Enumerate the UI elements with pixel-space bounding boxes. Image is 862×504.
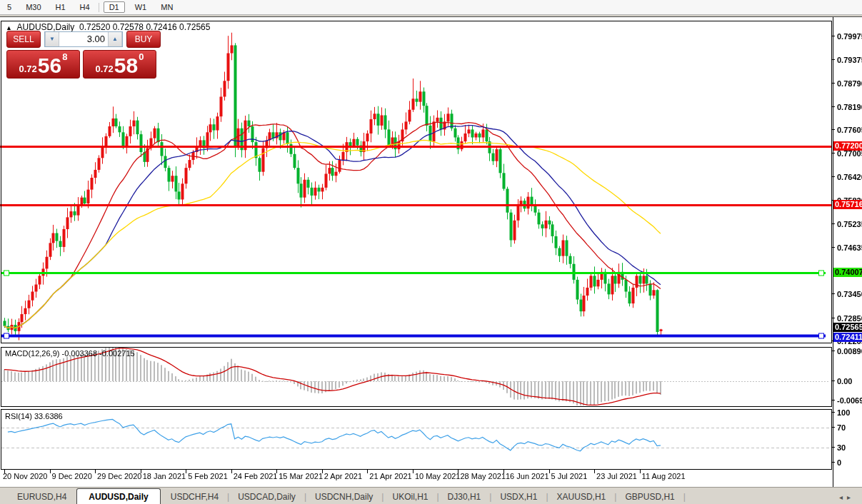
rsi-axis-label: 100 bbox=[837, 408, 850, 417]
tab-ukoil-h1[interactable]: UKOil,H1 bbox=[384, 489, 436, 504]
sell-price-pip: 8 bbox=[62, 51, 67, 62]
buy-price-figure: 0.72 bbox=[96, 64, 114, 74]
timeframe-button-W1[interactable]: W1 bbox=[131, 2, 151, 12]
axis-tick bbox=[832, 462, 835, 463]
tab-usdcad-daily[interactable]: USDCAD,Daily bbox=[229, 489, 304, 504]
price-axis-label: 0.77005 bbox=[837, 149, 862, 158]
price-axis-label: 0.77605 bbox=[837, 126, 862, 134]
date-label: 21 Apr 2021 bbox=[369, 472, 411, 480]
sell-price-display[interactable]: 0.72 56 8 bbox=[6, 50, 80, 79]
tab-dj30-h1[interactable]: DJ30,H1 bbox=[439, 489, 490, 504]
date-label: 2 Apr 2021 bbox=[324, 472, 362, 480]
volume-up-icon[interactable]: ▲ bbox=[108, 32, 122, 46]
axis-tick bbox=[832, 153, 835, 153]
price-badge[interactable]: 0.77200 bbox=[833, 141, 862, 151]
rsi-axis-label: 30 bbox=[837, 443, 846, 452]
date-label: 28 May 2021 bbox=[460, 472, 506, 480]
price-badge[interactable]: 0.75716 bbox=[833, 200, 862, 209]
price-axis-label: 0.74635 bbox=[837, 243, 862, 252]
price-chart-canvas[interactable] bbox=[0, 17, 833, 487]
axis-tick bbox=[832, 176, 835, 177]
sell-price-figure: 0.72 bbox=[19, 64, 37, 74]
price-badge[interactable]: 0.72565 bbox=[833, 323, 862, 332]
top-toolbar: 5M30H1H4D1W1MN bbox=[0, 0, 862, 15]
macd-axis-label: 0.00 bbox=[837, 377, 852, 385]
axis-tick bbox=[832, 447, 835, 448]
price-axis-label: 0.79375 bbox=[837, 56, 862, 64]
date-label: 5 Feb 2021 bbox=[188, 472, 228, 480]
timeframe-button-M30[interactable]: M30 bbox=[21, 2, 45, 12]
one-click-trading-panel: SELL ▼ 3.00 ▲ BUY 0.72 56 8 0.72 58 0 bbox=[6, 31, 161, 79]
volume-spinner: ▼ 3.00 ▲ bbox=[44, 31, 123, 47]
rsi-value: 33.6386 bbox=[34, 412, 63, 420]
date-label: 24 Feb 2021 bbox=[234, 472, 278, 480]
toolbar-separator bbox=[99, 3, 99, 12]
symbol-tabbar: EURUSD,H4AUDUSD,DailyUSDCHF,H4|USDCAD,Da… bbox=[0, 487, 862, 504]
axis-tick bbox=[832, 412, 835, 413]
tab-scroll-arrows[interactable]: ◂▸ bbox=[839, 493, 855, 504]
axis-tick bbox=[832, 36, 835, 36]
axis-tick bbox=[832, 380, 835, 381]
macd-values: -0.003368 -0.002715 bbox=[61, 349, 134, 358]
price-axis-label: 0.76420 bbox=[837, 173, 862, 181]
volume-input[interactable]: 3.00 bbox=[59, 32, 108, 46]
buy-button[interactable]: BUY bbox=[126, 31, 161, 48]
price-axis-label: 0.72850 bbox=[837, 314, 862, 323]
timeframe-button-MN[interactable]: MN bbox=[156, 2, 177, 12]
timeframe-button-D1[interactable]: D1 bbox=[104, 1, 125, 13]
tab-usdx-h1[interactable]: USDX,H1 bbox=[491, 489, 546, 504]
rsi-axis-label: 0 bbox=[837, 458, 841, 467]
tab-audusd-daily[interactable]: AUDUSD,Daily bbox=[76, 488, 160, 504]
date-label: 16 Jun 2021 bbox=[506, 472, 549, 480]
rsi-axis-label: 70 bbox=[837, 423, 846, 432]
axis-tick bbox=[832, 83, 835, 84]
macd-axis-label: 0.008903 bbox=[837, 347, 862, 356]
price-badge[interactable]: 0.72411 bbox=[833, 333, 862, 342]
macd-name: MACD(12,26,9) bbox=[5, 349, 59, 358]
axis-tick bbox=[832, 318, 835, 318]
date-label: 5 Jul 2021 bbox=[551, 472, 588, 480]
price-axis-label: 0.75235 bbox=[837, 220, 862, 228]
tab-xauusd-h1[interactable]: XAUUSD,H1 bbox=[548, 489, 615, 504]
macd-label: MACD(12,26,9) -0.003368 -0.002715 bbox=[5, 349, 135, 358]
rsi-label: RSI(14) 33.6386 bbox=[5, 412, 63, 420]
tab-usdchf-h4[interactable]: USDCHF,H4 bbox=[162, 489, 227, 504]
axis-tick bbox=[832, 351, 835, 351]
timeframe-button-H1[interactable]: H1 bbox=[51, 2, 70, 12]
axis-tick bbox=[832, 400, 835, 400]
date-label: 20 Nov 2020 bbox=[3, 472, 47, 480]
axis-tick bbox=[832, 247, 835, 248]
tab-eurusd-h4[interactable]: EURUSD,H4 bbox=[9, 489, 75, 504]
price-badge[interactable]: 0.74007 bbox=[833, 268, 862, 277]
axis-tick bbox=[832, 427, 835, 428]
date-label: 23 Jul 2021 bbox=[596, 472, 637, 480]
volume-down-icon[interactable]: ▼ bbox=[45, 32, 59, 46]
rsi-name: RSI(14) bbox=[5, 412, 32, 420]
axis-tick bbox=[832, 59, 835, 60]
date-label: 10 May 2021 bbox=[415, 472, 461, 480]
tab-gbpusd-h1[interactable]: GBPUSD,H1 bbox=[616, 489, 683, 504]
price-axis-label: 0.79975 bbox=[837, 32, 862, 41]
sell-price-big: 56 bbox=[38, 55, 61, 76]
sell-button[interactable]: SELL bbox=[6, 31, 41, 48]
macd-axis-label: -0.00697 bbox=[837, 396, 862, 405]
date-label: 11 Aug 2021 bbox=[642, 472, 686, 480]
axis-tick bbox=[832, 293, 835, 294]
timeframe-button-H4[interactable]: H4 bbox=[76, 2, 94, 12]
buy-price-display[interactable]: 0.72 58 0 bbox=[83, 50, 156, 79]
timeframe-button-5[interactable]: 5 bbox=[3, 2, 16, 12]
tab-usdcnh-daily[interactable]: USDCNH,Daily bbox=[306, 489, 381, 504]
axis-tick bbox=[832, 106, 835, 107]
date-label: 9 Dec 2020 bbox=[52, 472, 92, 480]
date-label: 18 Jan 2021 bbox=[143, 472, 186, 480]
price-axis-label: 0.78790 bbox=[837, 79, 862, 88]
axis-tick bbox=[832, 223, 835, 224]
buy-price-pip: 0 bbox=[139, 51, 144, 62]
buy-price-big: 58 bbox=[114, 55, 138, 76]
date-label: 15 Mar 2021 bbox=[279, 472, 323, 480]
axis-tick bbox=[832, 129, 835, 130]
tab-separator: | bbox=[683, 492, 686, 504]
price-axis-label: 0.78190 bbox=[837, 103, 862, 111]
date-label: 29 Dec 2020 bbox=[97, 472, 141, 480]
price-axis-label: 0.73450 bbox=[837, 290, 862, 298]
